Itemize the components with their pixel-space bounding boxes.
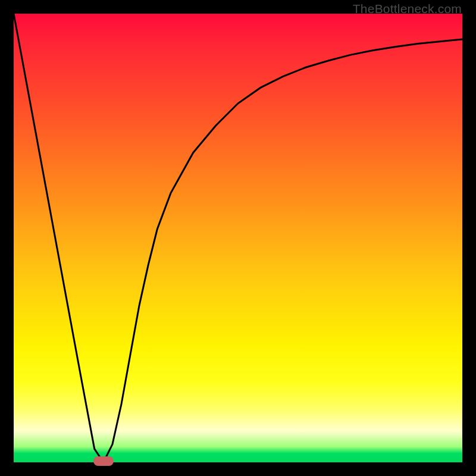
watermark-text: TheBottleneck.com <box>353 2 462 16</box>
bottleneck-curve <box>14 14 462 462</box>
optimal-marker <box>93 456 114 466</box>
chart-frame: TheBottleneck.com <box>0 0 476 476</box>
curve-path <box>14 14 462 462</box>
plot-area <box>14 14 462 462</box>
